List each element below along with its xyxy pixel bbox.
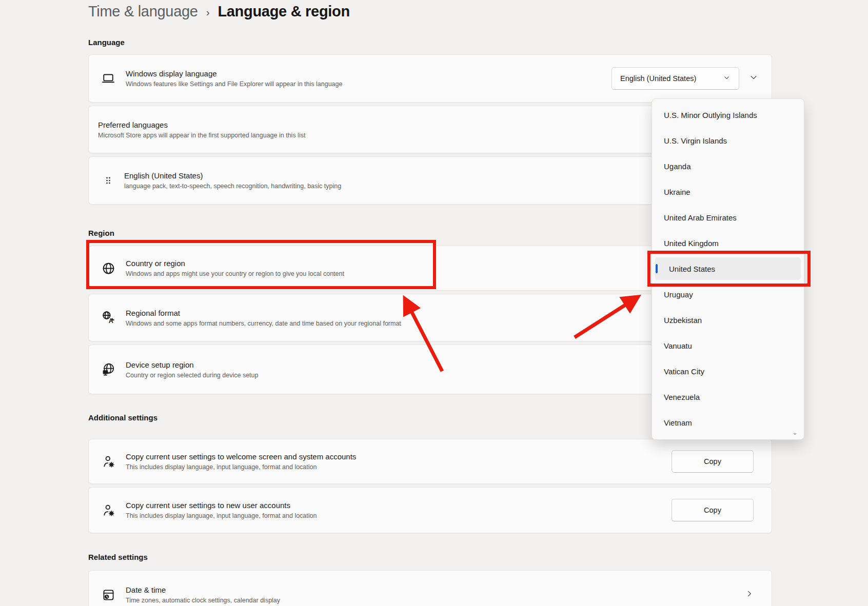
- row-subtitle: This includes display language, input la…: [126, 512, 317, 519]
- display-language-select[interactable]: English (United States): [611, 67, 739, 90]
- row-title: Copy current user settings to new user a…: [126, 501, 317, 510]
- laptop-icon: [101, 71, 116, 86]
- copy-new-users-button[interactable]: Copy: [672, 499, 754, 521]
- globe-icon: [101, 260, 116, 276]
- row-copy-settings-welcome: Copy current user settings to welcome sc…: [88, 439, 772, 484]
- row-title: Copy current user settings to welcome sc…: [126, 452, 356, 461]
- dropdown-item-vietnam[interactable]: Vietnam: [655, 411, 801, 434]
- dropdown-item-us-minor-outlying-islands[interactable]: U.S. Minor Outlying Islands: [655, 104, 801, 126]
- dropdown-item-vanuatu[interactable]: Vanuatu: [655, 334, 801, 357]
- dropdown-item-united-kingdom[interactable]: United Kingdom: [655, 232, 801, 254]
- row-date-and-time[interactable]: Date & time Time zones, automatic clock …: [88, 570, 772, 606]
- copy-welcome-button[interactable]: Copy: [672, 450, 754, 473]
- row-subtitle: language pack, text-to-speech, speech re…: [124, 183, 341, 190]
- row-subtitle: Time zones, automatic clock settings, ca…: [126, 597, 280, 604]
- country-dropdown-flyout: U.S. Minor Outlying Islands U.S. Virgin …: [652, 98, 804, 440]
- chevron-down-icon: [723, 74, 731, 83]
- calendar-clock-icon: [101, 587, 116, 602]
- row-subtitle: Windows and some apps format numbers, cu…: [126, 320, 401, 327]
- row-subtitle: Windows features like Settings and File …: [126, 80, 342, 88]
- section-label-language: Language: [88, 38, 125, 47]
- globe-language-icon: A: [101, 310, 116, 326]
- section-label-region: Region: [88, 229, 114, 237]
- section-label-related-settings: Related settings: [88, 553, 148, 561]
- row-copy-settings-new-users: Copy current user settings to new user a…: [88, 487, 772, 533]
- row-title: Windows display language: [126, 69, 342, 78]
- dropdown-item-ukraine[interactable]: Ukraine: [655, 180, 801, 203]
- drag-handle-icon[interactable]: [101, 173, 116, 188]
- globe-monitor-icon: [101, 362, 116, 377]
- dropdown-item-uganda[interactable]: Uganda: [655, 155, 801, 177]
- user-gear-icon: [101, 502, 116, 518]
- breadcrumb-parent[interactable]: Time & language: [88, 3, 198, 20]
- user-gear-icon: [101, 454, 116, 469]
- dropdown-item-united-arab-emirates[interactable]: United Arab Emirates: [655, 206, 801, 229]
- selected-item-accent-bar: [656, 264, 658, 273]
- dropdown-item-united-states[interactable]: United States: [655, 257, 801, 280]
- row-title: Regional format: [126, 309, 401, 317]
- display-language-value: English (United States): [620, 74, 696, 83]
- breadcrumb-separator-icon: ›: [206, 5, 210, 18]
- dropdown-item-us-virgin-islands[interactable]: U.S. Virgin Islands: [655, 129, 801, 152]
- breadcrumb: Time & language › Language & region: [88, 3, 350, 20]
- row-subtitle: Windows and apps might use your country …: [126, 270, 344, 277]
- scroll-down-hint-icon[interactable]: ⌄: [792, 429, 798, 436]
- row-subtitle: This includes display language, input la…: [126, 463, 356, 471]
- row-subtitle: Microsoft Store apps will appear in the …: [98, 132, 305, 139]
- row-title: Date & time: [126, 585, 280, 594]
- row-title: Device setup region: [126, 360, 258, 369]
- dropdown-item-vatican-city[interactable]: Vatican City: [655, 360, 801, 382]
- dropdown-item-uruguay[interactable]: Uruguay: [655, 283, 801, 306]
- row-subtitle: Country or region selected during device…: [126, 372, 258, 379]
- chevron-right-icon: [745, 590, 754, 600]
- row-title: Country or region: [126, 259, 344, 268]
- chevron-down-icon[interactable]: [749, 73, 758, 84]
- row-title: Preferred languages: [98, 120, 305, 129]
- page-title: Language & region: [218, 3, 350, 20]
- dropdown-item-uzbekistan[interactable]: Uzbekistan: [655, 309, 801, 331]
- section-label-additional-settings: Additional settings: [88, 413, 157, 422]
- row-windows-display-language[interactable]: Windows display language Windows feature…: [88, 54, 772, 103]
- row-title: English (United States): [124, 171, 341, 180]
- dropdown-item-venezuela[interactable]: Venezuela: [655, 386, 801, 408]
